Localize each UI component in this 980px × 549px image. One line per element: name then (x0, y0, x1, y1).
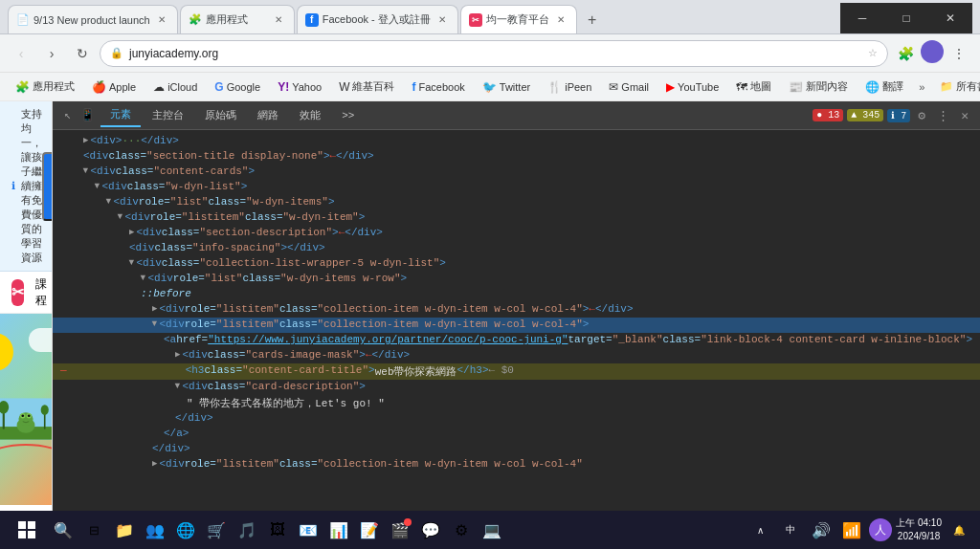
new-tab-button[interactable]: + (579, 7, 606, 33)
taskbar-time[interactable]: 上午 04:10 2024/9/18 (896, 516, 942, 543)
collapse-triangle-9[interactable]: ▶ (126, 260, 137, 265)
menu-button[interactable]: ⋮ (946, 40, 972, 67)
collapse-triangle-11[interactable]: ▶ (152, 303, 157, 314)
devtools-link[interactable]: "https://www.junyiacademy.org/partner/co… (208, 334, 568, 345)
bookmark-ipeen[interactable]: 🍴 iPeen (540, 77, 599, 97)
code-line-close1[interactable]: </div> (53, 411, 980, 427)
close-button[interactable]: ✕ (928, 3, 972, 33)
minimize-button[interactable]: ─ (840, 3, 884, 33)
code-line-3[interactable]: ▶ <div class= "content-cards" > (53, 165, 980, 180)
notification-center[interactable]: 🔔 (946, 516, 972, 543)
bookmark-twitter[interactable]: 🐦 Twitter (475, 77, 538, 97)
maximize-button[interactable]: □ (884, 3, 928, 33)
tray-network[interactable]: 📶 (838, 516, 865, 543)
tray-caret[interactable]: ∧ (746, 516, 773, 543)
bookmark-wikipedia[interactable]: W 維基百科 (331, 77, 402, 97)
taskbar-teams[interactable]: 👥 (142, 516, 168, 543)
collapse-triangle-6[interactable]: ▶ (115, 214, 125, 219)
devtools-tab-console[interactable]: 主控台 (143, 104, 193, 126)
collapse-triangle-12[interactable]: ▶ (149, 321, 160, 326)
taskbar-search[interactable]: 🔍 (50, 516, 77, 543)
bookmark-apple[interactable]: 🍎 Apple (84, 77, 144, 97)
back-button[interactable]: ‹ (8, 40, 34, 67)
bookmark-translate[interactable]: 🌐 翻譯 (858, 77, 911, 97)
taskbar-music[interactable]: 🎵 (234, 516, 260, 543)
taskbar-photos[interactable]: 🖼 (264, 516, 291, 543)
tab-junyiacademy[interactable]: ✂ 均一教育平台 ✕ (460, 5, 577, 33)
tab-close-2[interactable]: ✕ (271, 12, 286, 28)
code-line-10[interactable]: ▶ <div role= "list" class= "w-dyn-items … (53, 272, 980, 287)
bookmark-gmail[interactable]: ✉ Gmail (601, 77, 657, 97)
devtools-inspect-icon[interactable]: ↖ (60, 106, 75, 124)
bookmark-google[interactable]: G Google (207, 77, 268, 97)
taskbar-store[interactable]: 🛒 (203, 516, 230, 543)
taskbar-word[interactable]: 📝 (356, 516, 383, 543)
code-line-6[interactable]: ▶ <div role= "listitem" class= "w-dyn-it… (53, 210, 980, 226)
collapse-triangle-1[interactable]: ▶ (83, 135, 88, 145)
devtools-dots-icon[interactable]: ⋮ (933, 106, 953, 125)
taskbar-file-explorer[interactable]: 📁 (111, 516, 138, 543)
tray-volume[interactable]: 🔊 (808, 516, 835, 543)
taskbar-task-view[interactable]: ⊟ (80, 516, 107, 543)
taskbar-excel[interactable]: 📊 (325, 516, 352, 543)
taskbar-mail[interactable]: 📧 (295, 516, 322, 543)
taskbar-chat[interactable]: 💬 (417, 516, 444, 543)
tray-ime[interactable]: 中 (777, 516, 804, 543)
refresh-button[interactable]: ↻ (69, 40, 96, 67)
taskbar-terminal[interactable]: 💻 (479, 516, 505, 543)
bookmark-apps[interactable]: 🧩 應用程式 (8, 77, 82, 97)
code-line-link[interactable]: <a href= "https://www.junyiacademy.org/p… (53, 333, 980, 348)
code-line-4[interactable]: ▶ <div class= "w-dyn-list" > (53, 180, 980, 195)
devtools-close-icon[interactable]: ✕ (957, 106, 972, 125)
bookmarks-more-button[interactable]: » (913, 78, 930, 96)
collapse-triangle-desc[interactable]: ▶ (172, 384, 183, 388)
code-line-5[interactable]: ▶ <div role= "list" class= "w-dyn-items"… (53, 195, 980, 210)
devtools-tab-sources[interactable]: 原始碼 (195, 104, 246, 126)
forward-button[interactable]: › (38, 40, 65, 67)
code-line-desc-text[interactable]: " 帶你去各式各樣的地方，Let's go! " (53, 395, 980, 411)
tray-avatar[interactable]: 人 (869, 518, 892, 541)
tab-facebook[interactable]: f Facebook - 登入或註冊 ✕ (297, 5, 458, 33)
address-bar[interactable]: 🔒 junyiacademy.org ☆ (100, 40, 888, 67)
code-line-close2[interactable]: </a> (53, 427, 980, 442)
tab-new-product[interactable]: 📄 9/13 New product launch ✕ (8, 5, 178, 33)
code-line-8[interactable]: <div class= "info-spacing" ></div> (53, 241, 980, 256)
code-line-7[interactable]: ▶ <div class= "section-description" > ← … (53, 226, 980, 241)
devtools-tab-network[interactable]: 網路 (248, 104, 288, 126)
taskbar-settings[interactable]: ⚙ (448, 516, 475, 543)
tab-close-4[interactable]: ✕ (553, 12, 568, 28)
devtools-tab-more[interactable]: >> (332, 106, 364, 125)
collapse-triangle-7[interactable]: ▶ (129, 227, 134, 237)
start-button[interactable] (8, 511, 46, 549)
support-button[interactable]: 立即支持 (42, 152, 53, 221)
nav-learn[interactable]: 課程 (35, 276, 47, 309)
collapse-triangle-img[interactable]: ▶ (175, 349, 180, 360)
tab-apps[interactable]: 🧩 應用程式 ✕ (180, 5, 295, 33)
code-line-2[interactable]: <div class= "section-title display-none"… (53, 149, 980, 165)
profile-button[interactable] (921, 40, 944, 63)
bookmark-youtube[interactable]: ▶ YouTube (658, 77, 726, 97)
bookmark-maps[interactable]: 🗺 地圖 (728, 77, 779, 97)
collapse-triangle-4[interactable]: ▶ (92, 184, 102, 188)
devtools-tab-performance[interactable]: 效能 (290, 104, 330, 126)
code-line-desc[interactable]: ▶ <div class= "card-description" > (53, 380, 980, 395)
devtools-tab-elements[interactable]: 元素 (100, 103, 141, 127)
code-line-12-selected[interactable]: ▶ <div role= "listitem" class= "collecti… (53, 318, 980, 333)
code-line-h3[interactable]: — <h3 class= "content-card-title" > web帶… (53, 363, 980, 380)
bookmark-facebook[interactable]: f Facebook (404, 77, 472, 97)
code-line-1[interactable]: ▶ <div> ··· </div> (53, 134, 980, 149)
code-line-img[interactable]: ▶ <div class= "cards-image-mask" > ← </d… (53, 348, 980, 363)
code-line-9[interactable]: ▶ <div class= "collection-list-wrapper-5… (53, 256, 980, 272)
collapse-triangle-next[interactable]: ▶ (152, 458, 157, 469)
collapse-triangle-5[interactable]: ▶ (103, 199, 114, 204)
collapse-triangle-10[interactable]: ▶ (138, 275, 148, 280)
taskbar-edge[interactable]: 🌐 (172, 516, 199, 543)
code-line-11[interactable]: ▶ <div role= "listitem" class= "collecti… (53, 302, 980, 318)
devtools-mobile-icon[interactable]: 📱 (77, 106, 99, 124)
collapse-triangle-3[interactable]: ▶ (80, 168, 91, 173)
tab-close-3[interactable]: ✕ (434, 12, 450, 28)
bookmark-news[interactable]: 📰 新聞內容 (781, 77, 856, 97)
bookmark-yahoo[interactable]: Y! Yahoo (270, 77, 329, 97)
extensions-button[interactable]: 🧩 (892, 40, 919, 67)
code-line-pseudo[interactable]: ::before (53, 287, 980, 302)
